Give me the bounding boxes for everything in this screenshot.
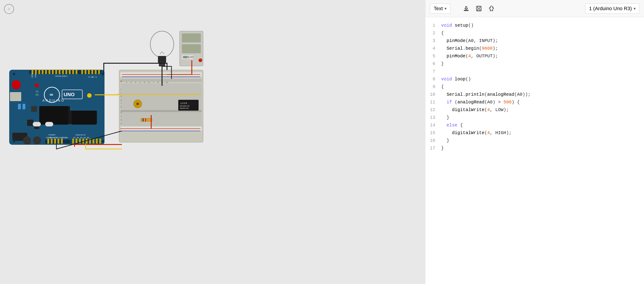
- svg-text:7: 7: [153, 81, 154, 84]
- svg-rect-29: [35, 84, 38, 87]
- svg-rect-35: [51, 139, 52, 144]
- svg-point-30: [12, 80, 21, 89]
- svg-rect-10: [59, 70, 60, 74]
- svg-rect-43: [86, 139, 88, 144]
- svg-rect-104: [151, 115, 152, 129]
- svg-text:ARDUINO: ARDUINO: [42, 99, 65, 102]
- svg-text:TX: TX: [36, 91, 38, 93]
- svg-text:i: i: [120, 92, 121, 94]
- svg-text:3.3V: 3.3V: [54, 137, 58, 139]
- code-toolbar: Text ▾ 1 (Arduino Uno R3) ▾: [425, 0, 644, 17]
- svg-rect-11: [62, 70, 64, 74]
- svg-rect-143: [464, 10, 468, 11]
- svg-rect-36: [54, 139, 56, 144]
- svg-rect-53: [120, 84, 202, 129]
- svg-rect-93: [178, 100, 198, 111]
- svg-rect-44: [89, 139, 91, 144]
- svg-rect-4: [38, 70, 40, 74]
- svg-point-138: [33, 136, 41, 144]
- svg-rect-103: [148, 118, 148, 121]
- svg-text:4: 4: [140, 81, 140, 84]
- svg-rect-1: [29, 70, 102, 74]
- svg-point-22: [44, 87, 60, 103]
- svg-rect-47: [99, 139, 101, 144]
- svg-point-90: [187, 56, 189, 58]
- svg-point-80: [150, 31, 174, 57]
- save-button[interactable]: [474, 4, 484, 14]
- board-label: 1 (Arduino Uno R3): [589, 6, 632, 12]
- svg-rect-146: [478, 9, 480, 11]
- svg-rect-14: [72, 70, 74, 74]
- svg-text:3A/125V AC: 3A/125V AC: [180, 105, 190, 107]
- svg-rect-87: [182, 44, 201, 53]
- svg-rect-86: [182, 34, 201, 43]
- code-format-select[interactable]: Text ▾: [430, 4, 450, 14]
- svg-rect-8: [52, 70, 54, 74]
- svg-rect-33: [70, 140, 99, 144]
- svg-text:A5: A5: [87, 137, 89, 139]
- debug-button[interactable]: [486, 4, 496, 14]
- svg-rect-55: [120, 126, 202, 131]
- svg-text:c: c: [120, 115, 122, 117]
- svg-rect-135: [33, 122, 41, 126]
- svg-text:f: f: [120, 103, 121, 105]
- svg-text:a: a: [120, 122, 122, 125]
- svg-rect-16: [81, 70, 83, 74]
- svg-text:9: 9: [162, 81, 163, 84]
- svg-text:5V: 5V: [56, 137, 59, 139]
- svg-rect-82: [159, 62, 165, 66]
- svg-point-142: [102, 140, 104, 143]
- circuit-svg: ∞ UNO ARDUINO: [0, 0, 425, 284]
- svg-rect-41: [79, 139, 81, 144]
- svg-rect-12: [66, 70, 67, 74]
- svg-text:+: +: [120, 79, 122, 83]
- svg-rect-0: [10, 70, 104, 144]
- code-format-label: Text: [434, 6, 443, 12]
- svg-text:1: 1: [126, 81, 127, 84]
- svg-rect-129: [72, 111, 96, 125]
- svg-point-105: [87, 93, 92, 98]
- svg-rect-131: [22, 104, 25, 109]
- svg-rect-9: [55, 70, 57, 74]
- svg-rect-28: [68, 111, 97, 124]
- svg-rect-100: [141, 118, 152, 121]
- svg-rect-39: [72, 139, 74, 144]
- code-content[interactable]: void setup() { pinMode(A0, INPUT); Seria…: [439, 22, 644, 279]
- svg-rect-3: [35, 70, 37, 74]
- code-editor[interactable]: 1 2 3 4 5 6 7 8 9 10 11 12 13 14 15 16 1…: [425, 17, 644, 284]
- svg-point-141: [13, 140, 15, 143]
- svg-rect-6: [45, 70, 47, 74]
- svg-text:j: j: [120, 88, 121, 90]
- svg-text:+: +: [120, 127, 122, 130]
- svg-text:e: e: [120, 106, 122, 108]
- svg-text:LU-5-R: LU-5-R: [180, 102, 187, 104]
- svg-rect-2: [32, 70, 34, 74]
- svg-rect-20: [95, 70, 96, 74]
- svg-rect-27: [40, 106, 70, 124]
- svg-text:∞: ∞: [50, 92, 53, 97]
- svg-text:GND: GND: [59, 137, 63, 139]
- svg-text:OFF: OFF: [190, 56, 194, 58]
- svg-rect-102: [145, 118, 146, 121]
- svg-text:Vin: Vin: [66, 137, 68, 139]
- svg-rect-101: [142, 118, 144, 121]
- svg-text:A3: A3: [80, 137, 82, 139]
- svg-rect-49: [120, 72, 202, 77]
- svg-text:IOREF: IOREF: [46, 137, 52, 139]
- svg-rect-48: [119, 70, 203, 142]
- svg-rect-34: [48, 139, 49, 144]
- svg-rect-24: [62, 90, 82, 99]
- download-button[interactable]: [461, 4, 471, 14]
- board-select[interactable]: 1 (Arduino Uno R3) ▾: [585, 4, 640, 14]
- svg-point-98: [134, 100, 142, 108]
- svg-text:h: h: [120, 95, 122, 98]
- svg-text:5: 5: [144, 81, 145, 84]
- svg-text:3: 3: [135, 81, 136, 84]
- svg-rect-81: [158, 56, 166, 63]
- svg-point-139: [13, 73, 15, 75]
- svg-text:2: 2: [130, 81, 132, 84]
- svg-rect-88: [182, 55, 193, 59]
- app-icon[interactable]: ○: [4, 4, 14, 14]
- board-dropdown-icon: ▾: [634, 6, 636, 11]
- svg-text:6: 6: [148, 81, 150, 84]
